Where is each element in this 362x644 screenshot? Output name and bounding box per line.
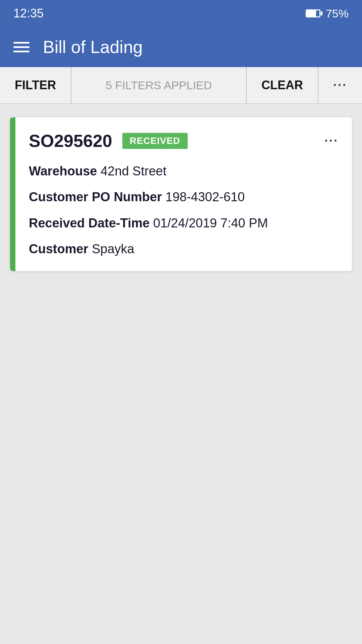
- status-bar: 12:35 75%: [0, 0, 362, 27]
- more-options-icon: ···: [333, 78, 347, 92]
- card-header: SO295620 RECEIVED ···: [29, 131, 339, 151]
- card-header-left: SO295620 RECEIVED: [29, 131, 188, 151]
- filters-applied-indicator: 5 FILTERS APPLIED: [71, 67, 247, 103]
- received-date-field: Received Date-Time 01/24/2019 7:40 PM: [29, 215, 339, 231]
- customer-po-value: 198-4302-610: [166, 190, 245, 204]
- bol-card: SO295620 RECEIVED ··· Warehouse 42nd Str…: [10, 117, 352, 271]
- filter-bar: FILTER 5 FILTERS APPLIED CLEAR ···: [0, 67, 362, 104]
- hamburger-menu-icon[interactable]: [13, 42, 29, 52]
- battery-fill: [307, 10, 316, 16]
- warehouse-field: Warehouse 42nd Street: [29, 163, 339, 179]
- status-battery: 75%: [306, 7, 349, 20]
- battery-level: 75%: [326, 7, 349, 20]
- filters-applied-text: 5 FILTERS APPLIED: [106, 79, 212, 92]
- customer-po-field: Customer PO Number 198-4302-610: [29, 189, 339, 205]
- customer-po-label: Customer PO Number: [29, 190, 166, 204]
- status-badge: RECEIVED: [122, 133, 188, 149]
- filter-label: FILTER: [15, 78, 56, 92]
- card-accent-bar: [10, 117, 15, 271]
- warehouse-label: Warehouse: [29, 164, 101, 178]
- warehouse-value: 42nd Street: [101, 164, 166, 178]
- so-number: SO295620: [29, 131, 112, 151]
- customer-label: Customer: [29, 242, 92, 256]
- app-bar: Bill of Lading: [0, 27, 362, 67]
- customer-field: Customer Spayka: [29, 241, 339, 257]
- app-title: Bill of Lading: [43, 37, 143, 57]
- customer-value: Spayka: [92, 242, 134, 256]
- clear-label: CLEAR: [261, 78, 303, 92]
- received-date-value: 01/24/2019 7:40 PM: [153, 216, 268, 230]
- status-time: 12:35: [13, 6, 44, 20]
- card-body: SO295620 RECEIVED ··· Warehouse 42nd Str…: [15, 117, 352, 271]
- received-date-label: Received Date-Time: [29, 216, 153, 230]
- card-more-button[interactable]: ···: [324, 134, 339, 148]
- content-area: SO295620 RECEIVED ··· Warehouse 42nd Str…: [0, 104, 362, 284]
- filter-button[interactable]: FILTER: [0, 67, 71, 103]
- more-options-button[interactable]: ···: [318, 67, 362, 103]
- clear-button[interactable]: CLEAR: [247, 67, 318, 103]
- battery-icon: [306, 9, 320, 17]
